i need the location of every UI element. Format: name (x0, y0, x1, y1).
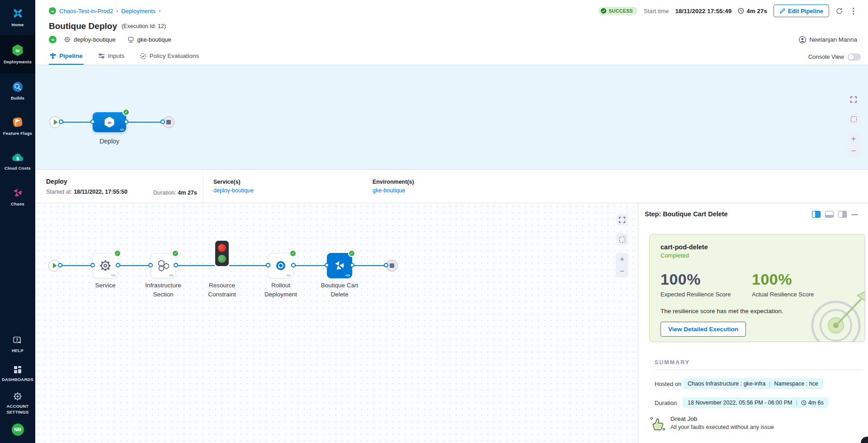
sidebar-item-label: ACCOUNT SETTINGS (4, 404, 32, 415)
breadcrumb-project[interactable]: Chaos-Test-in-Prod2 (59, 8, 113, 14)
page-title: Boutique Deploy (49, 21, 117, 31)
minimize-panel-button[interactable]: — (851, 211, 858, 218)
chaos-icon (12, 187, 24, 199)
connector-line (61, 122, 93, 123)
start-time-label: Start time (644, 8, 669, 14)
hosted-on-chip: Chaos Infrastructure : gke-infra | Names… (683, 378, 823, 389)
duration-value: 4m 27s (178, 190, 197, 196)
zoom-in-button[interactable]: + (620, 255, 624, 263)
sidebar-item-cloud-costs[interactable]: $ Cloud Costs (0, 144, 35, 179)
sidebar-bottom-group: ? HELP DASHBOARDS ACCOUNT SETTINGS NM (0, 331, 35, 443)
connector-dot (384, 263, 388, 267)
trigger-user[interactable]: Neelanjan Manna (799, 36, 857, 43)
console-view-label: Console View (808, 53, 844, 60)
step-node-rollout-deployment[interactable]: ✓ </> (268, 253, 293, 278)
services-value[interactable]: deploy-boutique (213, 187, 363, 194)
stage-detail-main: Deploy Started at: 18/11/2022, 17:55:50 (46, 178, 153, 195)
fault-status: Completed (660, 252, 854, 259)
sidebar-item-chaos[interactable]: Chaos (0, 179, 35, 214)
refresh-button[interactable] (835, 7, 843, 15)
tab-inputs[interactable]: Inputs (97, 49, 126, 65)
thumbs-up-illustration (649, 415, 666, 433)
connector-dot (174, 263, 178, 267)
sidebar-item-builds[interactable]: Builds (0, 73, 35, 109)
fullscreen-button[interactable] (616, 214, 628, 226)
breadcrumb-deployments[interactable]: Deployments (121, 8, 156, 14)
marquee-icon (619, 237, 625, 243)
execution-graph-canvas[interactable]: ✓ </> ✓ </> ✓ </> (35, 203, 638, 443)
elapsed-time: 4m 27s (738, 8, 767, 14)
sidebar-item-label: Deployments (4, 59, 32, 65)
layout-right-panel-active-icon[interactable] (812, 211, 821, 218)
layout-bottom-panel-icon[interactable] (825, 211, 834, 218)
console-view-toggle[interactable] (848, 53, 861, 61)
connector-line (60, 265, 93, 266)
check-circle-icon (601, 8, 606, 14)
zoom-in-button[interactable]: + (851, 135, 856, 143)
sidebar-item-home[interactable]: Home (0, 0, 35, 35)
environment-name: gke-boutique (137, 36, 171, 43)
started-at-value: 18/11/2022, 17:55:50 (74, 189, 127, 195)
step-panel-header: Step: Boutique Cart Delete — (638, 203, 868, 219)
svg-text:∞: ∞ (107, 119, 112, 126)
select-region-button[interactable] (616, 233, 628, 245)
gear-icon (13, 392, 22, 401)
select-region-button[interactable] (848, 113, 859, 125)
environments-value[interactable]: gke-boutique (373, 187, 522, 194)
sidebar-item-label: Builds (11, 95, 24, 101)
user-icon (799, 36, 806, 43)
namespace-value: Namespace : hce (774, 381, 818, 387)
pipeline-success-icon: ∞ (49, 36, 57, 43)
tab-pipeline[interactable]: Pipeline (49, 49, 84, 65)
execution-id: (Execution Id: 12) (122, 23, 166, 29)
sidebar-item-account-settings[interactable]: ACCOUNT SETTINGS (0, 389, 35, 418)
service-chip[interactable]: deploy-boutique (64, 36, 116, 43)
stage-services: Service(s) deploy-boutique (213, 179, 363, 194)
connector-dot (124, 119, 128, 124)
bottom-region: ✓ </> ✓ </> ✓ </> (35, 203, 868, 443)
header-actions: SUCCESS Start time 18/11/2022 17:55:49 4… (598, 5, 857, 17)
refresh-icon (835, 7, 843, 15)
environment-chip[interactable]: gke-boutique (127, 36, 171, 43)
chip-separator: | (796, 400, 797, 406)
sidebar-item-deployments[interactable]: ∞ Deployments (0, 35, 35, 73)
stage-pipeline-canvas[interactable]: ∞ ✓ </> Deploy + − (35, 65, 868, 169)
stage-canvas-controls: + − (847, 94, 860, 157)
stage-node-deploy[interactable]: ∞ ✓ </> (93, 112, 126, 132)
sidebar-item-label: Home (11, 22, 24, 28)
view-detailed-execution-button[interactable]: View Detailed Execution (660, 322, 746, 337)
service-name: deploy-boutique (74, 36, 116, 43)
service-gear-icon (99, 259, 112, 272)
execution-canvas-controls: + − (616, 214, 628, 277)
sidebar-item-help[interactable]: ? HELP (0, 331, 35, 358)
start-time-value: 18/11/2022 17:55:49 (675, 8, 732, 14)
user-avatar[interactable]: NM (12, 424, 24, 436)
step-node-boutique-cart-delete[interactable]: ✓ </> (327, 253, 352, 278)
zoom-out-button[interactable]: − (620, 267, 624, 275)
connector-dot (291, 263, 296, 267)
tab-policy-evaluations[interactable]: Policy Evaluations (139, 49, 200, 65)
play-icon (53, 263, 57, 268)
zoom-out-button[interactable]: − (851, 147, 856, 155)
dashboards-grid-icon (13, 365, 22, 374)
layout-right-panel-icon[interactable] (838, 211, 847, 218)
step-node-resource-constraint[interactable] (215, 241, 229, 266)
meta-row: ∞ deploy-boutique gke-boutique Neelanjan… (35, 36, 868, 43)
step-label: Resource Constraint (197, 281, 247, 299)
breadcrumb-row: ∞ Chaos-Test-in-Prod2 › Deployments › SU… (35, 5, 868, 17)
step-node-service[interactable]: ✓ </> (93, 253, 118, 278)
duration-range-value: 18 November 2022, 05:56 PM - 06:00 PM (688, 400, 792, 406)
step-node-infrastructure[interactable]: ✓ </> (151, 253, 176, 278)
step-label: Boutique Cart Delete (312, 281, 367, 299)
summary-section: SUMMARY Hosted on Chaos Infrastructure :… (655, 359, 863, 433)
chip-separator: | (769, 381, 770, 387)
success-check-badge: ✓ (172, 250, 179, 257)
more-options-button[interactable]: ⋮ (849, 6, 857, 16)
fullscreen-button[interactable] (848, 94, 859, 105)
stop-icon (166, 120, 171, 124)
sidebar-item-feature-flags[interactable]: Feature Flags (0, 109, 35, 144)
sidebar-item-dashboards[interactable]: DASHBOARDS (0, 360, 35, 387)
code-glyph: </> (287, 274, 291, 277)
connector-dot (90, 263, 95, 267)
edit-pipeline-button[interactable]: Edit Pipeline (774, 5, 829, 17)
